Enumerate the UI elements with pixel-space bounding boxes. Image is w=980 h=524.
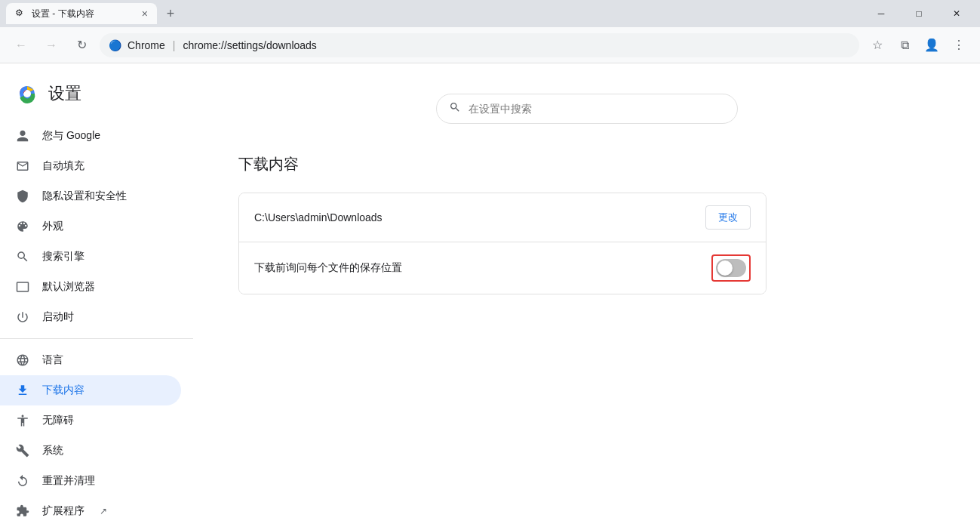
- sidebar-label-extensions: 扩展程序: [42, 504, 84, 518]
- search-icon: [15, 249, 30, 264]
- page-content: 设置 您与 Google 自动填充 隐私设置和安全性: [0, 63, 980, 524]
- sidebar-item-language[interactable]: 语言: [0, 345, 181, 375]
- startup-icon: [15, 310, 30, 325]
- restore-button[interactable]: □: [902, 2, 936, 26]
- url-text: chrome://settings/downloads: [183, 39, 316, 51]
- sidebar: 设置 您与 Google 自动填充 隐私设置和安全性: [0, 63, 193, 524]
- ask-before-save-toggle[interactable]: [716, 259, 746, 277]
- svg-point-3: [24, 91, 30, 97]
- appearance-icon: [15, 219, 30, 234]
- sidebar-item-appearance[interactable]: 外观: [0, 211, 181, 242]
- download-path-label: C:\Users\admin\Downloads: [254, 211, 382, 223]
- settings-card: C:\Users\admin\Downloads 更改 下载前询问每个文件的保存…: [238, 193, 766, 294]
- settings-search-bar[interactable]: [436, 94, 738, 124]
- sidebar-title: 设置: [48, 82, 81, 105]
- search-wrapper: [238, 94, 935, 124]
- sidebar-item-downloads[interactable]: 下载内容: [0, 375, 181, 405]
- sidebar-header: 设置: [0, 76, 193, 121]
- section-title: 下载内容: [238, 154, 935, 174]
- title-bar: ⚙ 设置 - 下载内容 × + ─ □ ✕: [0, 0, 980, 27]
- main-content: 下载内容 C:\Users\admin\Downloads 更改 下载前询问每个…: [193, 63, 980, 524]
- window-controls: ─ □ ✕: [864, 2, 974, 26]
- external-link-icon: ↗: [100, 506, 107, 516]
- sidebar-label-default-browser: 默认浏览器: [42, 280, 95, 294]
- reload-button[interactable]: ↻: [69, 33, 94, 57]
- sidebar-item-reset[interactable]: 重置并清理: [0, 466, 181, 496]
- tab-close-button[interactable]: ×: [142, 8, 148, 20]
- default-browser-icon: [15, 279, 30, 294]
- toggle-knob: [717, 260, 733, 276]
- search-icon: [449, 101, 461, 116]
- sidebar-item-startup[interactable]: 启动时: [0, 302, 181, 332]
- sidebar-label-startup: 启动时: [42, 310, 74, 324]
- change-location-button[interactable]: 更改: [705, 205, 751, 230]
- brand-label: Chrome: [127, 39, 165, 51]
- extensions-button[interactable]: ⧉: [892, 33, 917, 57]
- sidebar-label-appearance: 外观: [42, 220, 63, 233]
- sidebar-label-language: 语言: [42, 353, 63, 367]
- tab-title: 设置 - 下载内容: [32, 8, 137, 20]
- sidebar-divider: [0, 338, 193, 339]
- url-separator: |: [173, 39, 176, 51]
- minimize-button[interactable]: ─: [864, 2, 899, 26]
- download-location-row: C:\Users\admin\Downloads 更改: [239, 193, 766, 242]
- search-input[interactable]: [468, 103, 725, 115]
- shield-icon: [15, 189, 30, 204]
- sidebar-item-privacy[interactable]: 隐私设置和安全性: [0, 181, 181, 211]
- bookmark-button[interactable]: ☆: [865, 33, 889, 57]
- sidebar-label-downloads: 下载内容: [42, 384, 84, 397]
- system-icon: [15, 443, 30, 458]
- tab-favicon: ⚙: [15, 8, 27, 20]
- sidebar-label-search: 搜索引擎: [42, 250, 84, 264]
- accessibility-icon: [15, 413, 30, 428]
- sidebar-label-system: 系统: [42, 444, 63, 458]
- sidebar-item-accessibility[interactable]: 无障碍: [0, 405, 181, 436]
- address-bar[interactable]: 🔵 Chrome | chrome://settings/downloads: [100, 33, 859, 57]
- sidebar-label-autofill: 自动填充: [42, 159, 84, 173]
- sidebar-label-reset: 重置并清理: [42, 474, 95, 488]
- nav-actions: ☆ ⧉ 👤 ⋮: [865, 33, 971, 57]
- person-icon: [15, 128, 30, 143]
- ask-before-save-label: 下载前询问每个文件的保存位置: [254, 261, 402, 275]
- language-icon: [15, 353, 30, 368]
- profile-button[interactable]: 👤: [920, 33, 944, 57]
- reset-icon: [15, 473, 30, 489]
- forward-button[interactable]: →: [39, 33, 63, 57]
- sidebar-item-system[interactable]: 系统: [0, 436, 181, 466]
- tab-bar: ⚙ 设置 - 下载内容 × +: [6, 3, 864, 24]
- ask-before-save-row: 下载前询问每个文件的保存位置: [239, 242, 766, 294]
- active-tab[interactable]: ⚙ 设置 - 下载内容 ×: [6, 3, 157, 24]
- sidebar-label-accessibility: 无障碍: [42, 414, 74, 427]
- sidebar-label-privacy: 隐私设置和安全性: [42, 190, 127, 203]
- site-security-icon: 🔵: [109, 39, 121, 51]
- autofill-icon: [15, 159, 30, 174]
- close-button[interactable]: ✕: [939, 2, 974, 26]
- sidebar-item-you-google[interactable]: 您与 Google: [0, 121, 181, 151]
- new-tab-button[interactable]: +: [160, 3, 181, 24]
- ask-before-save-toggle-wrapper: [711, 254, 751, 282]
- back-button[interactable]: ←: [9, 33, 33, 57]
- nav-bar: ← → ↻ 🔵 Chrome | chrome://settings/downl…: [0, 27, 980, 63]
- menu-button[interactable]: ⋮: [947, 33, 971, 57]
- extensions-icon: [15, 504, 30, 519]
- download-icon: [15, 383, 30, 398]
- chrome-logo-icon: [15, 82, 39, 106]
- sidebar-item-search[interactable]: 搜索引擎: [0, 242, 181, 272]
- browser-frame: ⚙ 设置 - 下载内容 × + ─ □ ✕ ← → ↻ 🔵 Chrome | c…: [0, 0, 980, 524]
- sidebar-label-you-google: 您与 Google: [42, 129, 100, 143]
- sidebar-item-autofill[interactable]: 自动填充: [0, 151, 181, 181]
- sidebar-item-extensions[interactable]: 扩展程序 ↗: [0, 496, 181, 524]
- sidebar-item-default-browser[interactable]: 默认浏览器: [0, 272, 181, 302]
